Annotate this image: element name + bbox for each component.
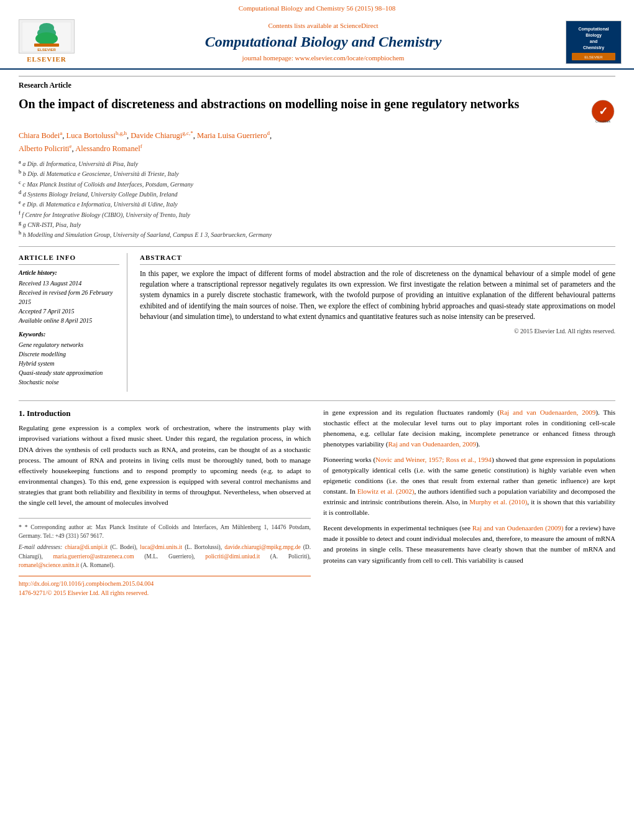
footnote-corresponding: * * Corresponding author at: Max Planck … [19, 522, 311, 541]
email-guerriero[interactable]: maria.guerriero@astrazeneca.com [53, 553, 134, 560]
author-policriti: Alberto Policriti [19, 144, 70, 153]
affil-d: d d Systems Biology Ireland, University … [19, 189, 615, 199]
affil-h: h h Modelling and Simulation Group, Univ… [19, 229, 615, 239]
keyword-2: Discrete modelling [19, 349, 119, 359]
paper-title-section: On the impact of discreteness and abstra… [19, 96, 615, 124]
affil-a: a a Dip. di Informatica, Università di P… [19, 159, 615, 168]
ref-murphy[interactable]: Murphy et al. (2010) [469, 498, 527, 505]
email-bortolussi[interactable]: luca@dmi.units.it [140, 544, 182, 550]
right-para-2: Pioneering works (Novic and Weiner, 1957… [323, 455, 615, 518]
footnote-text: * Corresponding author at: Max Planck In… [19, 524, 311, 539]
issn-text: 1476-9271/© 2015 Elsevier Ltd. All right… [19, 589, 149, 596]
abstract-text: In this paper, we explore the impact of … [140, 269, 615, 322]
journal-header: ELSEVIER ELSEVIER Contents lists availab… [0, 14, 634, 69]
homepage-label: journal homepage: [242, 54, 293, 62]
ref-novic[interactable]: Novic and Weiner, 1957; Ross et al., 199… [375, 456, 492, 463]
body-left-col: 1. Introduction Regulating gene expressi… [19, 407, 311, 598]
footnote-star: * [19, 524, 22, 530]
affil-c: c c Max Planck Institut of Colloids and … [19, 179, 615, 189]
right-para-1: in gene expression and its regulation fl… [323, 407, 615, 450]
keyword-1: Gene regulatory networks [19, 340, 119, 349]
doi-link[interactable]: http://dx.doi.org/10.1016/j.compbiochem.… [19, 580, 154, 587]
footnote-section: * * Corresponding author at: Max Planck … [19, 518, 311, 598]
elsevier-logo: ELSEVIER ELSEVIER [12, 19, 81, 64]
journal-logo-svg: Computational Biology and Chemistry ELSE… [569, 22, 618, 62]
svg-text:and: and [590, 39, 597, 44]
copyright-notice: © 2015 Elsevier Ltd. All rights reserved… [140, 327, 615, 336]
ref-elowitz[interactable]: Elowitz et al. (2002) [357, 487, 415, 495]
email-policriti[interactable]: policriti@dimi.uniud.it [205, 553, 260, 560]
journal-ref-text: Computational Biology and Chemistry 56 (… [239, 4, 395, 12]
ref-raj-2009-1[interactable]: Raj and van Oudenaarden, 2009 [500, 408, 595, 416]
history-label: Article history: [19, 269, 119, 277]
email-label: E-mail addresses: [19, 544, 62, 550]
affil-e: e e Dip. di Matematica e Informatica, Un… [19, 199, 615, 209]
journal-logo-right: Computational Biology and Chemistry ELSE… [566, 21, 622, 64]
info-abstract-section: ARTICLE INFO Article history: Received 1… [19, 246, 615, 392]
sciencedirect-link[interactable]: ScienceDirect [340, 22, 379, 29]
revised-date: Received in revised form 26 February 201… [19, 288, 119, 307]
body-para-1: Regulating gene expression is a complex … [19, 423, 311, 507]
intro-heading: 1. Introduction [19, 407, 311, 420]
elsevier-logo-image: ELSEVIER [19, 19, 75, 53]
ref-raj-2009-2[interactable]: Raj and van Oudenaarden, 2009 [388, 440, 476, 448]
article-type: Research Article [19, 76, 615, 91]
journal-homepage: journal homepage: www.elsevier.com/locat… [93, 53, 553, 63]
accepted-date: Accepted 7 April 2015 [19, 307, 119, 316]
keyword-5: Stochastic noise [19, 377, 119, 387]
author-bortolussi: Luca Bortolussi [67, 131, 116, 140]
email-chiarugi[interactable]: davide.chiarugi@mpikg.mpg.de [224, 544, 300, 550]
article-info-heading: ARTICLE INFO [19, 253, 119, 265]
svg-text:Biology: Biology [586, 33, 602, 38]
journal-title: Computational Biology and Chemistry [93, 33, 553, 51]
homepage-url[interactable]: www.elsevier.com/locate/compbiochem [295, 54, 405, 62]
authors-line: Chiara Bodeia, Luca Bortolussib,g,h, Dav… [19, 129, 615, 155]
svg-rect-5 [34, 44, 59, 47]
received-date: Received 13 August 2014 [19, 279, 119, 288]
affil-f: f f Centre for Integrative Biology (CIBI… [19, 210, 615, 219]
svg-text:✓: ✓ [599, 105, 608, 118]
paper-title: On the impact of discreteness and abstra… [19, 96, 590, 112]
svg-text:Chemistry: Chemistry [583, 45, 604, 50]
elsevier-svg: ELSEVIER [22, 22, 71, 52]
affil-b: b b Dip. di Matematica e Geoscienze, Uni… [19, 168, 615, 178]
journal-reference: Computational Biology and Chemistry 56 (… [0, 0, 634, 14]
affil-g: g g CNR-ISTI, Pisa, Italy [19, 219, 615, 229]
contents-label: Contents lists available at [268, 22, 338, 29]
abstract-panel: ABSTRACT In this paper, we explore the i… [140, 253, 615, 392]
affiliations: a a Dip. di Informatica, Università di P… [19, 159, 615, 240]
main-content: Research Article On the impact of discre… [0, 70, 634, 604]
keyword-4: Quasi-steady state approximation [19, 368, 119, 377]
body-right-col: in gene expression and its regulation fl… [323, 407, 615, 598]
email-addresses[interactable]: chiara@di.unipi.it [65, 544, 108, 550]
author-romanel: Alessandro Romanel [75, 144, 140, 153]
elsevier-brand: ELSEVIER [27, 55, 67, 64]
article-info-panel: ARTICLE INFO Article history: Received 1… [19, 253, 127, 392]
keyword-3: Hybrid system [19, 359, 119, 368]
svg-point-4 [35, 32, 58, 45]
doi-section: http://dx.doi.org/10.1016/j.compbiochem.… [19, 576, 311, 598]
right-para-3: Recent developments in experimental tech… [323, 523, 615, 565]
keywords-section: Keywords: Gene regulatory networks Discr… [19, 330, 119, 387]
body-section: 1. Introduction Regulating gene expressi… [19, 400, 615, 598]
journal-center: Contents lists available at ScienceDirec… [81, 21, 566, 63]
svg-text:ELSEVIER: ELSEVIER [37, 48, 56, 52]
email-romanel[interactable]: romanel@science.unitn.it [19, 562, 79, 568]
sciencedirect-label: Contents lists available at ScienceDirec… [93, 21, 553, 30]
svg-text:CrossMark: CrossMark [595, 119, 611, 123]
author-guerriero: Maria Luisa Guerriero [197, 131, 267, 140]
abstract-heading: ABSTRACT [140, 253, 615, 265]
author-bodei: Chiara Bodei [19, 131, 60, 140]
crossmark-icon[interactable]: ✓ CrossMark [590, 99, 615, 124]
ref-raj-review[interactable]: Raj and van Oudenaarden (2009) [472, 524, 564, 532]
keywords-label: Keywords: [19, 330, 119, 339]
article-history: Article history: Received 13 August 2014… [19, 269, 119, 325]
online-date: Available online 8 April 2015 [19, 316, 119, 325]
email-line: E-mail addresses: chiara@di.unipi.it (C.… [19, 543, 311, 570]
svg-text:Computational: Computational [579, 27, 609, 32]
author-chiarugi: Davide Chiarugi [131, 131, 182, 140]
svg-text:ELSEVIER: ELSEVIER [584, 55, 603, 59]
